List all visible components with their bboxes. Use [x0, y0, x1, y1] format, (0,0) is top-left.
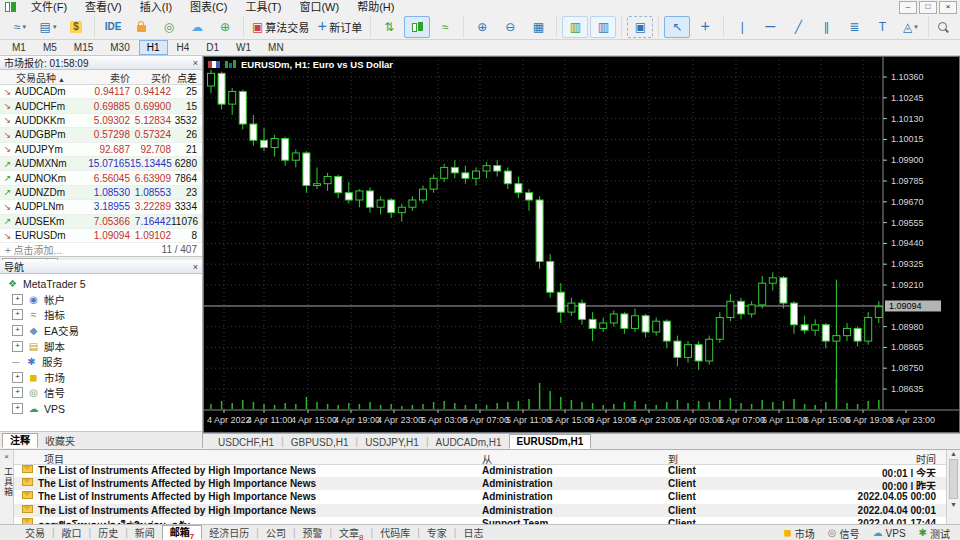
status-item-VPS[interactable]: ☁VPS	[873, 528, 906, 539]
column-ask[interactable]: 买价	[130, 70, 171, 85]
scroll-up-icon[interactable]: ▲	[950, 450, 957, 457]
timeframe-W1[interactable]: W1	[228, 40, 259, 55]
toolbox-tab-专家[interactable]: 专家	[420, 527, 454, 540]
navigator-item-6[interactable]: +◎信号	[0, 385, 202, 401]
expand-icon[interactable]: +	[12, 403, 23, 414]
symbol-row-AUDCHFm[interactable]: ↘AUDCHFm0.698850.6990015	[0, 99, 202, 113]
status-item-测试[interactable]: ✱测试	[919, 526, 950, 540]
timeframe-H1[interactable]: H1	[139, 40, 168, 55]
menu-item-5[interactable]: 窗口(W)	[290, 0, 348, 14]
fibonacci-button[interactable]: ≣	[841, 16, 867, 38]
expand-icon[interactable]: +	[12, 325, 23, 336]
toolbox-tab-邮箱[interactable]: 邮箱7	[162, 525, 202, 540]
timeframe-M30[interactable]: M30	[102, 40, 137, 55]
symbol-row-AUDNOKm[interactable]: ↗AUDNOKm6.560456.639097864	[0, 171, 202, 185]
chart-tab-3[interactable]: AUDCADm,H1	[428, 436, 508, 449]
restore-button[interactable]: □	[919, 1, 937, 14]
zoom-in-button[interactable]: ⊕	[469, 16, 495, 38]
market-watch-toggle[interactable]: $	[63, 16, 89, 38]
mail-row-1[interactable]: The List of Instruments Affected by High…	[14, 477, 946, 490]
channel-button[interactable]: ∥	[813, 16, 839, 38]
toolbox-tab-代码库[interactable]: 代码库	[373, 527, 417, 540]
vertical-line-button[interactable]: |	[729, 16, 755, 38]
menu-item-3[interactable]: 图表(C)	[181, 0, 236, 14]
price-chart[interactable]: 1.103601.102451.101301.100151.099001.097…	[203, 56, 960, 433]
toolbox-tab-历史[interactable]: 历史	[91, 527, 125, 540]
symbol-row-AUDMXNm[interactable]: ↗AUDMXNm15.0716515.134456280	[0, 157, 202, 171]
scroll-down-icon[interactable]: ▼	[950, 501, 957, 508]
scroll-thumb[interactable]	[949, 459, 958, 499]
menu-item-6[interactable]: 帮助(H)	[348, 0, 403, 14]
status-item-信号[interactable]: ◎信号	[828, 526, 860, 540]
chart-tab-1[interactable]: GBPUSD,H1	[284, 436, 356, 449]
toolbox-tab-预警[interactable]: 预警	[296, 527, 330, 540]
crosshair-button[interactable]: ＋	[692, 16, 718, 38]
toolbox-column-headers[interactable]: 项目从到时间	[14, 450, 946, 465]
toolbox-tab-公司[interactable]: 公司	[259, 527, 293, 540]
cursor-button[interactable]: ↖	[664, 16, 690, 38]
expand-icon[interactable]: +	[12, 309, 23, 320]
text-tool-button[interactable]: T	[869, 16, 895, 38]
mail-row-2[interactable]: The List of Instruments Affected by High…	[14, 490, 946, 503]
data-window-button[interactable]: ▥	[562, 16, 588, 38]
depth-of-market-button[interactable]: ▥	[590, 16, 616, 38]
signals-button[interactable]: ◎	[156, 16, 182, 38]
close-icon[interactable]: ×	[193, 58, 198, 68]
algo-trading-button[interactable]: ▣算法交易	[249, 16, 312, 38]
timeframe-D1[interactable]: D1	[198, 40, 227, 55]
navigator-item-2[interactable]: +◆EA交易	[0, 323, 202, 339]
close-icon[interactable]: ×	[193, 262, 198, 272]
candle-chart-button[interactable]	[404, 16, 430, 38]
chart-tab-0[interactable]: USDCHF,H1	[211, 436, 281, 449]
expand-icon[interactable]: +	[12, 387, 23, 398]
navigator-item-0[interactable]: +◉帐户	[0, 292, 202, 308]
symbol-row-AUDSEKm[interactable]: ↗AUDSEKm7.053667.1644211076	[0, 215, 202, 229]
column-spread[interactable]: 点差	[171, 70, 202, 85]
expand-icon[interactable]: +	[12, 294, 23, 305]
shapes-button[interactable]: ◬▾	[897, 16, 923, 38]
symbol-row-AUDJPYm[interactable]: ↘AUDJPYm92.68792.70821	[0, 143, 202, 157]
toolbox-tab-新闻[interactable]: 新闻	[128, 527, 162, 540]
cloud-button[interactable]: ☁	[184, 16, 210, 38]
navigator-item-7[interactable]: +☁VPS	[0, 401, 202, 417]
tile-windows-button[interactable]: ▦	[525, 16, 551, 38]
close-icon[interactable]: ×	[0, 452, 13, 461]
symbol-row-AUDCADm[interactable]: ↘AUDCADm0.941170.9414225	[0, 85, 202, 99]
symbol-row-AUDPLNm[interactable]: ↘AUDPLNm3.189553.222893334	[0, 200, 202, 214]
timeframe-H4[interactable]: H4	[169, 40, 198, 55]
status-item-市场[interactable]: ◼市场	[784, 526, 815, 540]
trendline-button[interactable]: ╱	[785, 16, 811, 38]
column-bid[interactable]: 卖价	[78, 70, 130, 85]
minimize-button[interactable]: –	[899, 1, 917, 14]
toolbox-tab-日志[interactable]: 日志	[456, 527, 490, 540]
close-button[interactable]: ×	[939, 1, 957, 14]
column-symbol[interactable]: 交易品种 ▲	[0, 70, 78, 85]
toolbox-tab-敞口[interactable]: 敞口	[55, 527, 89, 540]
profiles-button[interactable]: ▤▾	[35, 16, 61, 38]
navigator-tab-0[interactable]: 注释	[2, 433, 38, 448]
search-button[interactable]	[929, 16, 955, 38]
expand-icon[interactable]: +	[12, 372, 23, 383]
toolbox-tab-交易[interactable]: 交易	[18, 527, 52, 540]
navigator-item-4[interactable]: ─✱服务	[0, 354, 202, 370]
menu-item-4[interactable]: 工具(T)	[236, 0, 290, 14]
symbol-row-EURUSDm[interactable]: ↘EURUSDm1.090941.091028	[0, 229, 202, 243]
line-mode-button[interactable]: ≈	[432, 16, 458, 38]
menu-item-2[interactable]: 插入(I)	[131, 0, 181, 14]
navigator-root[interactable]: ❖MetaTrader 5	[0, 276, 202, 292]
navigator-item-5[interactable]: +◼市场	[0, 370, 202, 386]
timeframe-M5[interactable]: M5	[35, 40, 65, 55]
menu-item-1[interactable]: 查看(V)	[76, 0, 131, 14]
timeframe-M1[interactable]: M1	[4, 40, 34, 55]
chart-tab-2[interactable]: USDJPY,H1	[358, 436, 426, 449]
timeframe-M15[interactable]: M15	[66, 40, 101, 55]
mail-row-3[interactable]: The List of Instruments Affected by High…	[14, 504, 946, 517]
zoom-out-button[interactable]: ⊖	[497, 16, 523, 38]
add-symbol-button[interactable]: + 点击添加...	[5, 242, 62, 257]
navigator-item-1[interactable]: +≈指标	[0, 307, 202, 323]
community-button[interactable]: ⊕	[212, 16, 238, 38]
toolbox-tab-文章[interactable]: 文章8	[332, 527, 370, 540]
toolbox-scrollbar[interactable]: ▲▼	[946, 450, 960, 525]
market-lock-button[interactable]	[128, 16, 154, 38]
navigator-item-3[interactable]: +▤脚本	[0, 338, 202, 354]
